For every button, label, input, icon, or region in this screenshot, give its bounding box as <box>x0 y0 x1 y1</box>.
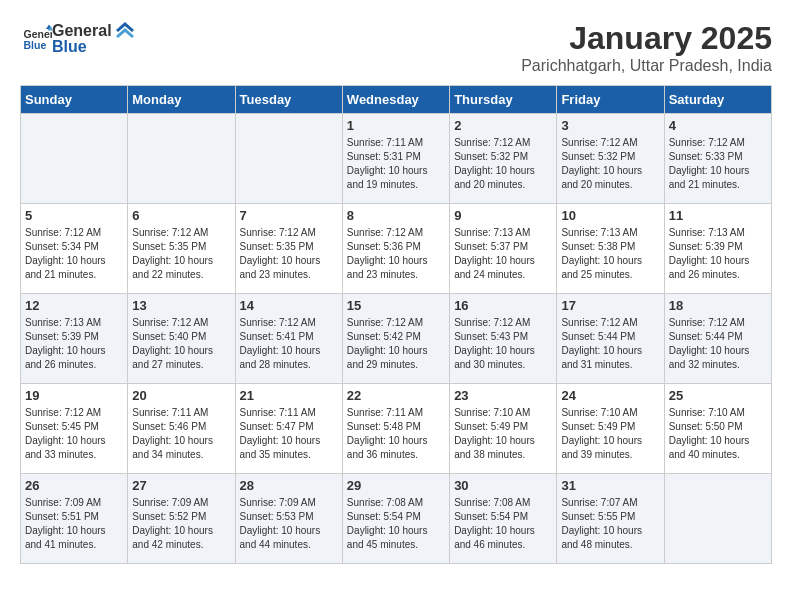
day-info: Sunrise: 7:12 AMSunset: 5:36 PMDaylight:… <box>347 226 445 282</box>
day-info: Sunrise: 7:12 AMSunset: 5:33 PMDaylight:… <box>669 136 767 192</box>
day-number: 3 <box>561 118 659 133</box>
calendar-cell: 8Sunrise: 7:12 AMSunset: 5:36 PMDaylight… <box>342 204 449 294</box>
calendar-cell <box>128 114 235 204</box>
day-info: Sunrise: 7:12 AMSunset: 5:35 PMDaylight:… <box>240 226 338 282</box>
day-info: Sunrise: 7:11 AMSunset: 5:46 PMDaylight:… <box>132 406 230 462</box>
day-number: 21 <box>240 388 338 403</box>
day-info: Sunrise: 7:11 AMSunset: 5:31 PMDaylight:… <box>347 136 445 192</box>
day-info: Sunrise: 7:13 AMSunset: 5:38 PMDaylight:… <box>561 226 659 282</box>
day-number: 18 <box>669 298 767 313</box>
calendar-cell: 12Sunrise: 7:13 AMSunset: 5:39 PMDayligh… <box>21 294 128 384</box>
day-number: 14 <box>240 298 338 313</box>
calendar-cell: 5Sunrise: 7:12 AMSunset: 5:34 PMDaylight… <box>21 204 128 294</box>
calendar-cell: 19Sunrise: 7:12 AMSunset: 5:45 PMDayligh… <box>21 384 128 474</box>
day-info: Sunrise: 7:12 AMSunset: 5:41 PMDaylight:… <box>240 316 338 372</box>
calendar-cell: 11Sunrise: 7:13 AMSunset: 5:39 PMDayligh… <box>664 204 771 294</box>
day-number: 6 <box>132 208 230 223</box>
calendar-cell: 7Sunrise: 7:12 AMSunset: 5:35 PMDaylight… <box>235 204 342 294</box>
calendar-cell: 10Sunrise: 7:13 AMSunset: 5:38 PMDayligh… <box>557 204 664 294</box>
day-info: Sunrise: 7:12 AMSunset: 5:32 PMDaylight:… <box>454 136 552 192</box>
day-info: Sunrise: 7:08 AMSunset: 5:54 PMDaylight:… <box>454 496 552 552</box>
calendar-cell <box>21 114 128 204</box>
calendar-week-row: 26Sunrise: 7:09 AMSunset: 5:51 PMDayligh… <box>21 474 772 564</box>
logo: General Blue General Blue <box>20 20 136 56</box>
day-info: Sunrise: 7:10 AMSunset: 5:49 PMDaylight:… <box>561 406 659 462</box>
day-info: Sunrise: 7:12 AMSunset: 5:35 PMDaylight:… <box>132 226 230 282</box>
calendar-subtitle: Parichhatgarh, Uttar Pradesh, India <box>521 57 772 75</box>
calendar-cell: 14Sunrise: 7:12 AMSunset: 5:41 PMDayligh… <box>235 294 342 384</box>
logo-icon: General Blue <box>22 23 52 53</box>
day-number: 5 <box>25 208 123 223</box>
day-info: Sunrise: 7:12 AMSunset: 5:34 PMDaylight:… <box>25 226 123 282</box>
day-info: Sunrise: 7:11 AMSunset: 5:48 PMDaylight:… <box>347 406 445 462</box>
calendar-week-row: 12Sunrise: 7:13 AMSunset: 5:39 PMDayligh… <box>21 294 772 384</box>
day-info: Sunrise: 7:09 AMSunset: 5:53 PMDaylight:… <box>240 496 338 552</box>
calendar-cell: 1Sunrise: 7:11 AMSunset: 5:31 PMDaylight… <box>342 114 449 204</box>
calendar-cell: 18Sunrise: 7:12 AMSunset: 5:44 PMDayligh… <box>664 294 771 384</box>
day-number: 31 <box>561 478 659 493</box>
day-info: Sunrise: 7:13 AMSunset: 5:39 PMDaylight:… <box>669 226 767 282</box>
page-header: General Blue General Blue January 2025 P… <box>20 20 772 75</box>
calendar-cell <box>664 474 771 564</box>
day-info: Sunrise: 7:10 AMSunset: 5:50 PMDaylight:… <box>669 406 767 462</box>
day-number: 1 <box>347 118 445 133</box>
calendar-cell <box>235 114 342 204</box>
day-number: 15 <box>347 298 445 313</box>
day-info: Sunrise: 7:12 AMSunset: 5:42 PMDaylight:… <box>347 316 445 372</box>
weekday-header-saturday: Saturday <box>664 86 771 114</box>
day-info: Sunrise: 7:13 AMSunset: 5:37 PMDaylight:… <box>454 226 552 282</box>
weekday-header-tuesday: Tuesday <box>235 86 342 114</box>
day-number: 26 <box>25 478 123 493</box>
calendar-title: January 2025 <box>521 20 772 57</box>
calendar-week-row: 1Sunrise: 7:11 AMSunset: 5:31 PMDaylight… <box>21 114 772 204</box>
day-number: 25 <box>669 388 767 403</box>
day-number: 20 <box>132 388 230 403</box>
calendar-cell: 20Sunrise: 7:11 AMSunset: 5:46 PMDayligh… <box>128 384 235 474</box>
day-number: 19 <box>25 388 123 403</box>
weekday-header-thursday: Thursday <box>450 86 557 114</box>
day-info: Sunrise: 7:09 AMSunset: 5:51 PMDaylight:… <box>25 496 123 552</box>
weekday-header-sunday: Sunday <box>21 86 128 114</box>
day-number: 13 <box>132 298 230 313</box>
day-number: 23 <box>454 388 552 403</box>
calendar-cell: 26Sunrise: 7:09 AMSunset: 5:51 PMDayligh… <box>21 474 128 564</box>
calendar-cell: 16Sunrise: 7:12 AMSunset: 5:43 PMDayligh… <box>450 294 557 384</box>
calendar-cell: 3Sunrise: 7:12 AMSunset: 5:32 PMDaylight… <box>557 114 664 204</box>
calendar-cell: 28Sunrise: 7:09 AMSunset: 5:53 PMDayligh… <box>235 474 342 564</box>
calendar-cell: 31Sunrise: 7:07 AMSunset: 5:55 PMDayligh… <box>557 474 664 564</box>
day-number: 16 <box>454 298 552 313</box>
day-info: Sunrise: 7:08 AMSunset: 5:54 PMDaylight:… <box>347 496 445 552</box>
calendar-cell: 4Sunrise: 7:12 AMSunset: 5:33 PMDaylight… <box>664 114 771 204</box>
day-info: Sunrise: 7:13 AMSunset: 5:39 PMDaylight:… <box>25 316 123 372</box>
day-number: 28 <box>240 478 338 493</box>
calendar-cell: 13Sunrise: 7:12 AMSunset: 5:40 PMDayligh… <box>128 294 235 384</box>
calendar-cell: 17Sunrise: 7:12 AMSunset: 5:44 PMDayligh… <box>557 294 664 384</box>
day-info: Sunrise: 7:12 AMSunset: 5:43 PMDaylight:… <box>454 316 552 372</box>
calendar-table: SundayMondayTuesdayWednesdayThursdayFrid… <box>20 85 772 564</box>
day-info: Sunrise: 7:12 AMSunset: 5:45 PMDaylight:… <box>25 406 123 462</box>
calendar-cell: 29Sunrise: 7:08 AMSunset: 5:54 PMDayligh… <box>342 474 449 564</box>
day-info: Sunrise: 7:10 AMSunset: 5:49 PMDaylight:… <box>454 406 552 462</box>
day-number: 27 <box>132 478 230 493</box>
calendar-cell: 24Sunrise: 7:10 AMSunset: 5:49 PMDayligh… <box>557 384 664 474</box>
day-number: 12 <box>25 298 123 313</box>
logo-chevron-icon <box>114 20 136 42</box>
calendar-cell: 25Sunrise: 7:10 AMSunset: 5:50 PMDayligh… <box>664 384 771 474</box>
weekday-header-friday: Friday <box>557 86 664 114</box>
day-info: Sunrise: 7:07 AMSunset: 5:55 PMDaylight:… <box>561 496 659 552</box>
calendar-cell: 21Sunrise: 7:11 AMSunset: 5:47 PMDayligh… <box>235 384 342 474</box>
day-number: 4 <box>669 118 767 133</box>
calendar-cell: 22Sunrise: 7:11 AMSunset: 5:48 PMDayligh… <box>342 384 449 474</box>
day-number: 7 <box>240 208 338 223</box>
day-number: 2 <box>454 118 552 133</box>
day-info: Sunrise: 7:09 AMSunset: 5:52 PMDaylight:… <box>132 496 230 552</box>
day-number: 9 <box>454 208 552 223</box>
weekday-header-row: SundayMondayTuesdayWednesdayThursdayFrid… <box>21 86 772 114</box>
day-info: Sunrise: 7:12 AMSunset: 5:40 PMDaylight:… <box>132 316 230 372</box>
calendar-cell: 15Sunrise: 7:12 AMSunset: 5:42 PMDayligh… <box>342 294 449 384</box>
calendar-cell: 27Sunrise: 7:09 AMSunset: 5:52 PMDayligh… <box>128 474 235 564</box>
day-number: 22 <box>347 388 445 403</box>
day-info: Sunrise: 7:11 AMSunset: 5:47 PMDaylight:… <box>240 406 338 462</box>
day-number: 29 <box>347 478 445 493</box>
day-number: 11 <box>669 208 767 223</box>
